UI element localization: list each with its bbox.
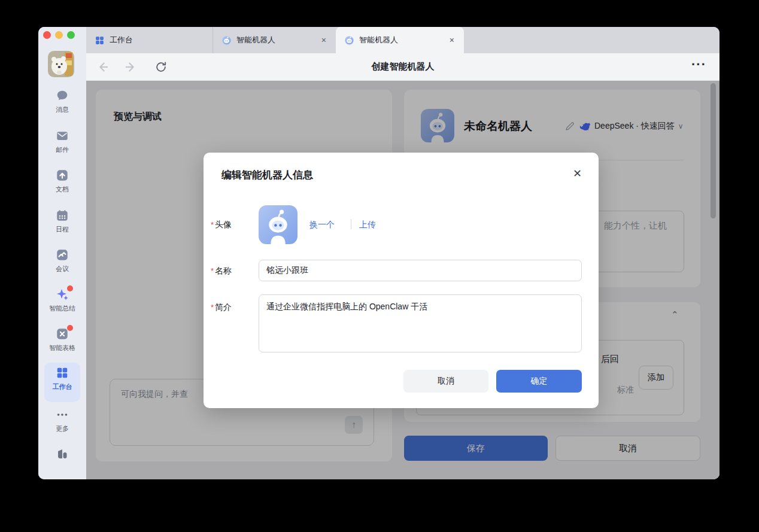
sidebar-item-messages[interactable]: 消息 (38, 89, 86, 114)
chat-bubble-icon (56, 89, 69, 102)
document-icon (56, 169, 69, 182)
close-icon[interactable]: ✕ (573, 167, 582, 180)
traffic-lights (43, 31, 75, 39)
sidebar-item-mail[interactable]: 邮件 (38, 129, 86, 154)
sidebar-item-smart-summary[interactable]: 智能总结 (38, 287, 86, 313)
tab-smart-robot-1[interactable]: 智能机器人 × (212, 27, 336, 53)
name-input[interactable] (259, 260, 582, 281)
modal-title: 编辑智能机器人信息 (221, 168, 313, 182)
intro-textarea[interactable]: 通过企业微信指挥电脑上的 OpenClaw 干活 (259, 294, 582, 352)
workbench-grid-icon (95, 35, 105, 45)
app-window: 消息 邮件 文档 日程 会议 智能总结 (38, 27, 719, 479)
sidebar-item-apps[interactable] (38, 446, 86, 460)
sidebar-label: 更多 (38, 424, 86, 433)
mail-icon (56, 129, 69, 142)
sidebar-label: 文档 (38, 185, 86, 194)
tab-strip: 工作台 智能机器人 × 智能机器人 × (86, 27, 719, 53)
required-mark: * (211, 266, 214, 275)
page-title: 创建智能机器人 (86, 61, 719, 72)
sidebar-item-more[interactable]: 更多 (38, 408, 86, 433)
sidebar-label: 工作台 (38, 382, 86, 391)
sidebar-item-workbench[interactable]: 工作台 (38, 366, 86, 391)
notification-badge (67, 325, 73, 331)
tab-label: 智能机器人 (359, 35, 398, 45)
upload-avatar-link[interactable]: 上传 (359, 220, 376, 230)
notification-badge (67, 285, 73, 291)
sidebar-label: 智能表格 (38, 343, 86, 352)
sidebar-item-smart-sheet[interactable]: 智能表格 (38, 327, 86, 352)
sidebar-label: 会议 (38, 265, 86, 273)
zoom-window-button[interactable] (67, 31, 75, 39)
robot-avatar-preview (259, 205, 297, 244)
sidebar: 消息 邮件 文档 日程 会议 智能总结 (38, 27, 86, 479)
link-divider: │ (349, 219, 354, 229)
workbench-grid-icon (56, 366, 69, 379)
calendar-icon (56, 209, 69, 222)
more-dots-icon (56, 408, 69, 421)
robot-avatar-image (259, 205, 297, 244)
tab-close-icon[interactable]: × (448, 35, 456, 45)
edit-robot-modal: 编辑智能机器人信息 ✕ *头像 换一个 │ 上传 *名称 *简介 通过企业微信指… (204, 153, 599, 408)
sidebar-label: 邮件 (38, 145, 86, 154)
minimize-window-button[interactable] (55, 31, 63, 39)
sidebar-item-meeting[interactable]: 会议 (38, 248, 86, 273)
meeting-icon (56, 248, 69, 262)
tab-label: 智能机器人 (236, 35, 275, 45)
tab-label: 工作台 (110, 35, 133, 45)
sidebar-item-docs[interactable]: 文档 (38, 168, 86, 194)
intro-field-label: *简介 (211, 302, 232, 313)
main-area: 工作台 智能机器人 × 智能机器人 × 创建智能机器人 (86, 27, 719, 479)
required-mark: * (211, 220, 214, 229)
bar-chart-icon (55, 446, 69, 460)
tab-smart-robot-2-active[interactable]: 智能机器人 × (336, 27, 464, 53)
robot-favicon (344, 35, 354, 45)
tab-close-icon[interactable]: × (320, 35, 327, 45)
robot-favicon (221, 35, 232, 45)
more-menu-button[interactable]: ··· (691, 57, 706, 72)
tab-workbench[interactable]: 工作台 (86, 27, 212, 53)
navigation-bar: 创建智能机器人 ··· (86, 53, 719, 81)
user-avatar[interactable] (48, 51, 74, 77)
avatar-field-label: *头像 (211, 220, 232, 230)
content-area: 预览与调试 可向我提问，并查 ↑ 未命名机器人 DeepSeek · 快速回答 (86, 81, 719, 479)
required-mark: * (211, 303, 214, 312)
sidebar-item-calendar[interactable]: 日程 (38, 208, 86, 234)
close-window-button[interactable] (43, 31, 51, 39)
modal-confirm-button[interactable]: 确定 (496, 370, 582, 393)
sidebar-label: 消息 (38, 105, 86, 114)
polar-bear-avatar-image (48, 51, 74, 77)
name-field-label: *名称 (211, 266, 232, 276)
sidebar-label: 智能总结 (38, 304, 86, 313)
sidebar-label: 日程 (38, 225, 86, 234)
modal-cancel-button[interactable]: 取消 (403, 370, 488, 393)
change-avatar-link[interactable]: 换一个 (309, 220, 335, 230)
